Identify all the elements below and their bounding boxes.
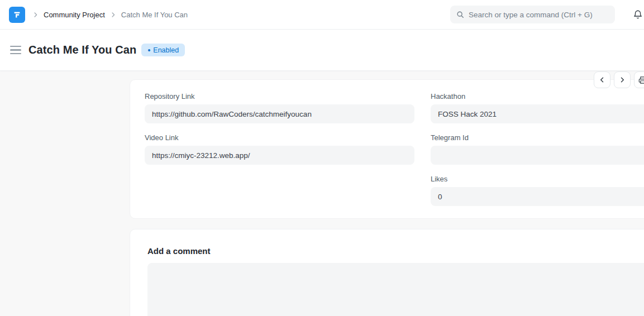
telegram-id-input[interactable] xyxy=(431,146,644,165)
chevron-right-icon xyxy=(32,12,39,18)
status-dot-icon: • xyxy=(147,46,150,54)
document-nav-actions xyxy=(594,71,644,88)
search-placeholder: Search or type a command (Ctrl + G) xyxy=(469,11,593,19)
printer-icon xyxy=(638,76,644,84)
repository-link-label: Repository Link xyxy=(145,92,414,100)
breadcrumb-item-current[interactable]: Catch Me If You Can xyxy=(121,11,188,19)
comments-card: Add a comment xyxy=(130,229,644,316)
frappe-logo[interactable] xyxy=(9,7,25,23)
search-icon xyxy=(456,11,464,18)
add-comment-heading: Add a comment xyxy=(147,246,644,256)
repository-link-field: Repository Link xyxy=(145,92,414,123)
notifications-bell-icon[interactable] xyxy=(633,9,643,20)
breadcrumb-item-community-project[interactable]: Community Project xyxy=(44,11,105,19)
form-column-right: Hackathon Telegram Id Likes xyxy=(431,92,644,206)
page-head: Catch Me If You Can • Enabled xyxy=(0,30,644,71)
breadcrumb: Community Project Catch Me If You Can xyxy=(32,11,188,19)
hackathon-field: Hackathon xyxy=(431,92,644,123)
form-column-left: Repository Link Video Link xyxy=(145,92,414,206)
hackathon-label: Hackathon xyxy=(431,92,644,100)
comment-input[interactable] xyxy=(147,263,644,316)
likes-field: Likes xyxy=(431,175,644,206)
repository-link-input[interactable] xyxy=(145,104,414,123)
video-link-field: Video Link xyxy=(145,133,414,165)
global-search-input[interactable]: Search or type a command (Ctrl + G) xyxy=(450,6,615,23)
next-document-button[interactable] xyxy=(614,71,631,88)
video-link-input[interactable] xyxy=(145,146,414,165)
chevron-left-icon xyxy=(599,76,605,83)
likes-input[interactable] xyxy=(431,187,644,206)
video-link-label: Video Link xyxy=(145,133,414,142)
frappe-logo-icon xyxy=(12,10,22,20)
status-badge: • Enabled xyxy=(141,44,185,56)
page-content: Repository Link Video Link Hackathon Tel… xyxy=(0,71,644,316)
status-badge-label: Enabled xyxy=(153,46,179,54)
sidebar-toggle-icon[interactable] xyxy=(10,46,21,55)
print-button[interactable] xyxy=(634,71,644,88)
telegram-id-field: Telegram Id xyxy=(431,133,644,165)
chevron-right-icon xyxy=(110,12,116,18)
page-title: Catch Me If You Can xyxy=(28,44,136,56)
chevron-right-icon xyxy=(619,76,626,83)
hackathon-input[interactable] xyxy=(431,104,644,123)
telegram-id-label: Telegram Id xyxy=(431,133,644,142)
likes-label: Likes xyxy=(431,175,644,183)
project-details-card: Repository Link Video Link Hackathon Tel… xyxy=(130,79,644,219)
prev-document-button[interactable] xyxy=(594,71,610,88)
navbar: Community Project Catch Me If You Can Se… xyxy=(0,0,644,30)
